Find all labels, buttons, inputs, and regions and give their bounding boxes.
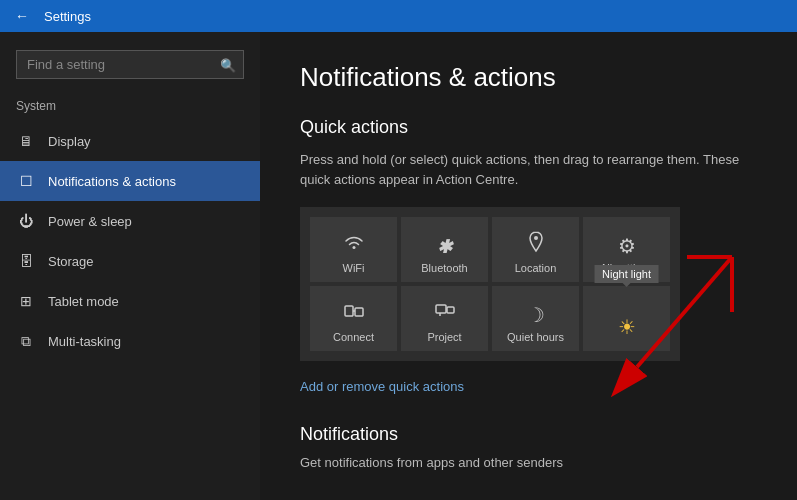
notifications-desc: Get notifications from apps and other se… [300,453,757,473]
qa-tile-allsettings[interactable]: ⚙ All settings [583,217,670,282]
project-tile-icon [434,300,456,327]
multitasking-icon: ⧉ [16,331,36,351]
quiethours-tile-label: Quiet hours [507,331,564,343]
svg-rect-1 [345,306,353,316]
allsettings-tile-label: All settings [600,262,653,274]
display-icon: 🖥 [16,131,36,151]
svg-rect-5 [447,307,454,313]
svg-rect-4 [436,305,446,313]
location-tile-icon [526,231,546,258]
sidebar-item-notifications[interactable]: ☐ Notifications & actions [0,161,260,201]
qa-tile-location[interactable]: Location [492,217,579,282]
sidebar-item-label: Multi-tasking [48,334,121,349]
quick-actions-title: Quick actions [300,117,757,138]
qa-tile-wifi[interactable]: WiFi [310,217,397,282]
sidebar-item-tablet[interactable]: ⊞ Tablet mode [0,281,260,321]
wifi-tile-label: WiFi [343,262,365,274]
sidebar-item-label: Tablet mode [48,294,119,309]
storage-icon: 🗄 [16,251,36,271]
connect-tile-label: Connect [333,331,374,343]
allsettings-tile-icon: ⚙ [618,234,636,258]
content-wrapper: Notifications & actions Quick actions Pr… [260,32,797,500]
sidebar-item-label: Storage [48,254,94,269]
qa-tile-quiethours[interactable]: ☽ Quiet hours [492,286,579,351]
tablet-icon: ⊞ [16,291,36,311]
search-input[interactable] [16,50,244,79]
title-bar: ← Settings [0,0,797,32]
quiethours-tile-icon: ☽ [527,303,545,327]
add-remove-link[interactable]: Add or remove quick actions [300,379,464,394]
search-box[interactable]: 🔍 [16,50,244,79]
location-tile-label: Location [515,262,557,274]
sidebar-item-display[interactable]: 🖥 Display [0,121,260,161]
project-tile-label: Project [427,331,461,343]
sidebar-section-label: System [0,95,260,121]
notifications-icon: ☐ [16,171,36,191]
search-icon: 🔍 [220,57,236,72]
sidebar: 🔍 System 🖥 Display ☐ Notifications & act… [0,32,260,500]
svg-point-0 [534,236,538,240]
svg-rect-2 [355,308,363,316]
main-layout: 🔍 System 🖥 Display ☐ Notifications & act… [0,32,797,500]
sidebar-item-storage[interactable]: 🗄 Storage [0,241,260,281]
qa-tile-nightlight[interactable]: Night light ☀ [583,286,670,351]
connect-tile-icon [343,300,365,327]
qa-tile-connect[interactable]: Connect [310,286,397,351]
bluetooth-tile-label: Bluetooth [421,262,467,274]
wifi-tile-icon [343,231,365,258]
quick-actions-grid: WiFi ✱ Bluetooth Location [300,207,680,361]
quick-actions-desc: Press and hold (or select) quick actions… [300,150,757,189]
sidebar-item-power[interactable]: ⏻ Power & sleep [0,201,260,241]
bluetooth-tile-icon: ✱ [437,236,452,258]
notifications-section: Notifications Get notifications from app… [300,424,757,473]
qa-tile-project[interactable]: Project [401,286,488,351]
qa-tile-bluetooth[interactable]: ✱ Bluetooth [401,217,488,282]
notifications-title: Notifications [300,424,757,445]
sidebar-item-label: Notifications & actions [48,174,176,189]
sidebar-item-label: Power & sleep [48,214,132,229]
title-bar-text: Settings [44,9,91,24]
power-icon: ⏻ [16,211,36,231]
back-button[interactable]: ← [10,4,34,28]
content-area: Notifications & actions Quick actions Pr… [260,32,797,500]
sidebar-item-label: Display [48,134,91,149]
page-title: Notifications & actions [300,62,757,93]
sidebar-item-multitasking[interactable]: ⧉ Multi-tasking [0,321,260,361]
nightlight-tile-icon: ☀ [618,315,636,339]
